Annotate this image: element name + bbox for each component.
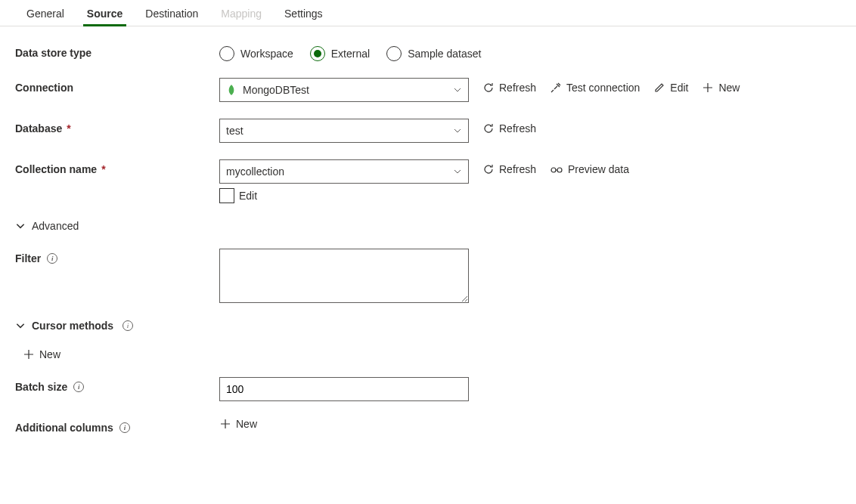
- batch-size-input[interactable]: [219, 377, 469, 401]
- plus-icon: [219, 418, 231, 430]
- glasses-icon: [550, 163, 563, 175]
- new-label: New: [39, 348, 60, 360]
- chevron-down-icon: [453, 126, 462, 135]
- tab-source[interactable]: Source: [76, 0, 134, 26]
- data-store-type-radio-group: Workspace External Sample dataset: [219, 43, 481, 61]
- label-connection: Connection: [15, 78, 219, 94]
- new-additional-column-button[interactable]: New: [219, 418, 257, 430]
- edit-label: Edit: [670, 82, 688, 94]
- refresh-label: Refresh: [499, 122, 536, 135]
- label-collection-name: Collection name*: [15, 159, 219, 175]
- edit-checkbox-label: Edit: [239, 190, 257, 202]
- label-additional-columns: Additional columns i: [15, 418, 219, 434]
- tab-settings[interactable]: Settings: [273, 0, 334, 26]
- new-label: New: [718, 82, 740, 94]
- refresh-connection-button[interactable]: Refresh: [482, 78, 536, 94]
- edit-icon: [653, 82, 665, 94]
- tab-destination[interactable]: Destination: [134, 0, 209, 26]
- label-filter: Filter i: [15, 249, 219, 264]
- refresh-label: Refresh: [499, 163, 536, 175]
- advanced-label: Advanced: [32, 220, 79, 232]
- collection-value: mycollection: [226, 165, 284, 178]
- plus-icon: [23, 348, 35, 360]
- form-body: Data store type Workspace External Sampl…: [0, 26, 856, 450]
- label-batch-size: Batch size i: [15, 377, 219, 393]
- connection-select[interactable]: MongoDBTest: [219, 78, 469, 102]
- collection-select[interactable]: mycollection: [219, 159, 469, 184]
- radio-external-label: External: [331, 48, 370, 60]
- preview-data-button[interactable]: Preview data: [550, 159, 629, 175]
- info-icon[interactable]: i: [119, 422, 130, 433]
- mongodb-icon: [226, 85, 237, 95]
- test-connection-label: Test connection: [566, 82, 640, 94]
- new-cursor-method-button[interactable]: New: [15, 348, 60, 360]
- refresh-icon: [482, 82, 495, 94]
- required-asterisk: *: [101, 163, 105, 175]
- cursor-methods-label: Cursor methods: [32, 320, 113, 332]
- radio-workspace-label: Workspace: [240, 48, 293, 60]
- filter-textarea[interactable]: [219, 249, 469, 303]
- test-connection-icon: [550, 82, 562, 94]
- radio-sample-dataset[interactable]: Sample dataset: [386, 46, 481, 61]
- tab-general[interactable]: General: [15, 0, 76, 26]
- info-icon[interactable]: i: [123, 320, 133, 331]
- refresh-icon: [482, 163, 495, 175]
- refresh-label: Refresh: [499, 82, 536, 94]
- preview-data-label: Preview data: [568, 163, 629, 175]
- label-data-store-type: Data store type: [15, 43, 219, 59]
- svg-point-1: [557, 168, 562, 172]
- advanced-toggle[interactable]: Advanced: [15, 220, 79, 232]
- chevron-down-icon: [453, 85, 462, 94]
- label-database: Database*: [15, 119, 219, 135]
- test-connection-button[interactable]: Test connection: [550, 78, 640, 94]
- edit-connection-button[interactable]: Edit: [653, 78, 688, 94]
- chevron-down-icon: [15, 320, 26, 331]
- cursor-methods-toggle[interactable]: Cursor methods i: [15, 320, 133, 332]
- database-value: test: [226, 125, 243, 137]
- edit-checkbox[interactable]: [219, 188, 234, 203]
- chevron-down-icon: [453, 167, 462, 176]
- info-icon[interactable]: i: [73, 382, 84, 392]
- connection-value: MongoDBTest: [243, 84, 309, 96]
- new-connection-button[interactable]: New: [702, 78, 740, 94]
- refresh-database-button[interactable]: Refresh: [482, 119, 536, 135]
- tab-mapping: Mapping: [209, 0, 273, 26]
- database-select[interactable]: test: [219, 119, 469, 143]
- info-icon[interactable]: i: [47, 253, 57, 264]
- radio-external[interactable]: External: [310, 46, 370, 61]
- new-label: New: [236, 418, 257, 430]
- svg-point-0: [551, 168, 556, 172]
- radio-workspace[interactable]: Workspace: [219, 46, 293, 61]
- refresh-collection-button[interactable]: Refresh: [482, 159, 536, 175]
- tab-bar: General Source Destination Mapping Setti…: [0, 0, 856, 26]
- chevron-down-icon: [15, 221, 26, 231]
- radio-sample-dataset-label: Sample dataset: [408, 48, 481, 60]
- refresh-icon: [482, 122, 495, 135]
- required-asterisk: *: [67, 122, 70, 135]
- plus-icon: [702, 82, 714, 94]
